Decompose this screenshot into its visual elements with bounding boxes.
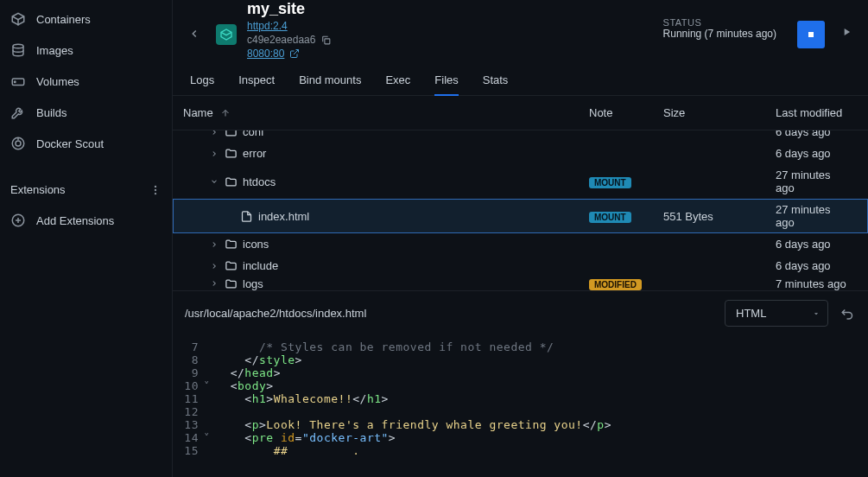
tab-bind-mounts[interactable]: Bind mounts	[299, 67, 361, 95]
tab-logs[interactable]: Logs	[190, 67, 214, 95]
file-list: conf6 days agoerror6 days agohtdocsMOUNT…	[173, 130, 868, 290]
images-icon	[10, 42, 26, 58]
plus-circle-icon	[10, 213, 26, 228]
file-name: icons	[243, 238, 269, 251]
sort-ascending-icon	[220, 108, 231, 118]
main-content: my_site httpd:2.4 c49e2eaedaa6 8080:80 S…	[173, 0, 868, 477]
svg-point-2	[15, 81, 16, 83]
svg-point-4	[16, 141, 21, 146]
file-name: htdocs	[243, 175, 276, 188]
file-name: include	[243, 259, 278, 272]
external-link-icon[interactable]	[289, 48, 300, 59]
file-name: error	[243, 147, 266, 160]
file-modified: 7 minutes ago	[776, 277, 851, 290]
sidebar-label: Docker Scout	[36, 137, 104, 150]
volumes-icon	[10, 73, 26, 89]
container-icon	[10, 11, 26, 27]
sidebar-label: Containers	[36, 13, 91, 26]
sidebar-label: Add Extensions	[36, 214, 114, 227]
tab-inspect[interactable]: Inspect	[238, 67, 275, 95]
folder-icon	[225, 277, 238, 290]
sidebar-item-containers[interactable]: Containers	[0, 3, 172, 35]
column-size[interactable]: Size	[663, 106, 776, 119]
wrench-icon	[10, 105, 26, 120]
table-row[interactable]: htdocsMOUNT27 minutes ago	[173, 164, 868, 199]
chevron-down-icon	[812, 309, 820, 318]
tab-exec[interactable]: Exec	[385, 67, 410, 95]
sidebar-item-scout[interactable]: Docker Scout	[0, 128, 172, 159]
section-label: Extensions	[10, 183, 66, 196]
language-value: HTML	[736, 307, 766, 320]
chevron-icon	[209, 262, 219, 270]
kebab-menu-icon[interactable]	[149, 184, 162, 196]
table-header: Name Note Size Last modified	[173, 96, 868, 130]
status-label: STATUS	[663, 17, 776, 28]
tab-stats[interactable]: Stats	[483, 67, 509, 95]
container-header: my_site httpd:2.4 c49e2eaedaa6 8080:80 S…	[173, 0, 868, 67]
editor-header: /usr/local/apache2/htdocs/index.html HTM…	[173, 290, 868, 335]
more-actions-button[interactable]	[835, 21, 858, 43]
header-info: my_site httpd:2.4 c49e2eaedaa6 8080:80	[247, 0, 653, 60]
language-select[interactable]: HTML	[725, 300, 828, 327]
sidebar-label: Images	[36, 44, 73, 57]
sidebar-section-extensions: Extensions	[0, 175, 172, 205]
folder-icon	[225, 259, 238, 272]
back-button[interactable]	[183, 22, 206, 45]
file-name: logs	[243, 277, 263, 290]
code-editor[interactable]: 7 /* Styles can be removed if not needed…	[173, 335, 868, 462]
column-note[interactable]: Note	[589, 106, 663, 119]
svg-point-7	[155, 192, 156, 194]
sidebar-item-add-extensions[interactable]: Add Extensions	[0, 205, 172, 236]
sidebar-item-volumes[interactable]: Volumes	[0, 66, 172, 97]
chevron-icon	[209, 177, 219, 186]
chevron-icon	[209, 149, 219, 158]
file-icon	[240, 210, 253, 223]
stop-button[interactable]	[797, 21, 825, 48]
file-modified: 27 minutes ago	[776, 203, 851, 229]
mount-badge: MOUNT	[589, 177, 631, 188]
table-row[interactable]: conf6 days ago	[173, 130, 868, 143]
column-name[interactable]: Name	[183, 106, 589, 119]
status-value: Running (7 minutes ago)	[663, 28, 776, 40]
tab-files[interactable]: Files	[434, 67, 458, 95]
copy-icon[interactable]	[320, 35, 332, 46]
status-block: STATUS Running (7 minutes ago)	[663, 17, 776, 40]
table-row[interactable]: icons6 days ago	[173, 233, 868, 255]
folder-icon	[225, 175, 238, 188]
port-link[interactable]: 8080:80	[247, 48, 284, 60]
folder-icon	[225, 130, 238, 138]
sidebar: Containers Images Volumes Builds Docker …	[0, 0, 173, 477]
folder-icon	[225, 238, 238, 251]
file-modified: 6 days ago	[776, 130, 851, 138]
file-name: index.html	[258, 210, 309, 223]
file-modified: 6 days ago	[776, 147, 851, 160]
column-modified[interactable]: Last modified	[776, 106, 851, 119]
svg-rect-9	[325, 38, 330, 43]
folder-icon	[225, 147, 238, 160]
sidebar-item-builds[interactable]: Builds	[0, 97, 172, 128]
sidebar-label: Volumes	[36, 75, 79, 88]
tabs: Logs Inspect Bind mounts Exec Files Stat…	[173, 67, 868, 96]
svg-rect-10	[808, 32, 814, 37]
radar-icon	[10, 136, 26, 151]
svg-point-0	[13, 44, 23, 48]
mount-badge: MOUNT	[589, 212, 631, 223]
image-link[interactable]: httpd:2.4	[247, 20, 288, 32]
file-modified: 6 days ago	[776, 238, 851, 251]
chevron-icon	[209, 240, 219, 249]
sidebar-item-images[interactable]: Images	[0, 35, 172, 66]
chevron-icon	[209, 279, 219, 288]
table-row[interactable]: index.htmlMOUNT551 Bytes27 minutes ago	[173, 199, 868, 233]
svg-point-5	[155, 185, 156, 187]
table-row[interactable]: logsMODIFIED7 minutes ago	[173, 277, 868, 290]
sidebar-label: Builds	[36, 106, 67, 119]
container-running-icon	[216, 24, 237, 45]
table-row[interactable]: error6 days ago	[173, 143, 868, 164]
table-row[interactable]: include6 days ago	[173, 255, 868, 277]
modified-badge: MODIFIED	[589, 279, 642, 290]
file-path: /usr/local/apache2/htdocs/index.html	[185, 307, 366, 320]
undo-button[interactable]	[840, 306, 856, 321]
file-modified: 6 days ago	[776, 259, 851, 272]
container-title: my_site	[247, 0, 653, 18]
svg-point-6	[155, 188, 156, 190]
